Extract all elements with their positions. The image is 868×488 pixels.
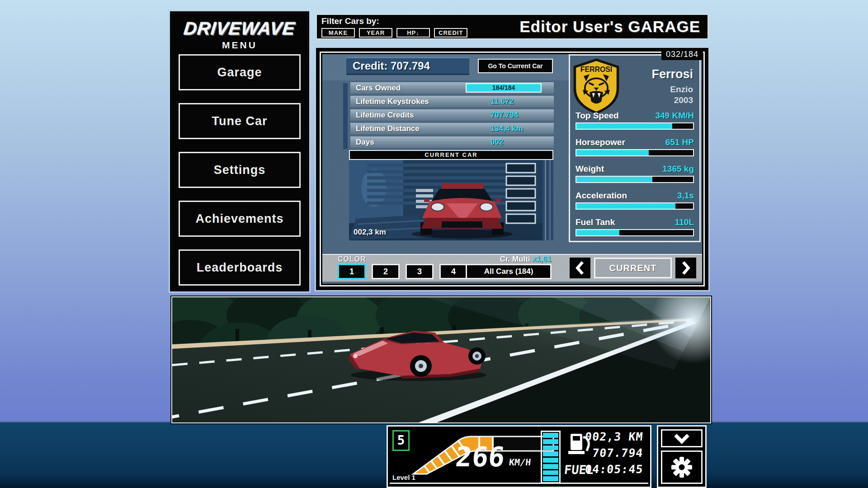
color-3-button[interactable]: 3 [406, 264, 434, 279]
spec-value: 110L [675, 217, 694, 227]
spec-bar [576, 202, 694, 210]
fuel-segment [543, 458, 558, 463]
filter-credit-button[interactable]: CREDIT [434, 28, 467, 38]
credit-multiplier-value: x1,61 [532, 255, 552, 263]
spec-value: 651 HP [665, 137, 694, 147]
color-1-button[interactable]: 1 [338, 264, 366, 279]
current-car-header: CURRENT CAR [349, 150, 553, 160]
hud-settings-button[interactable] [661, 450, 703, 484]
garage-panel: 032/184 Credit: 707.794 Go To Current Ca… [316, 48, 708, 290]
fuel-segment [543, 433, 558, 438]
stat-label: Lifetime Keystrokes [356, 96, 429, 107]
stat-label: Lifetime Distance [356, 123, 420, 134]
stat-row-lifetime-distance: Lifetime Distance 134,4 km [350, 123, 554, 134]
spec-weight: Weight 1365 kg [576, 164, 694, 183]
menu-heading: MENU [170, 40, 309, 51]
current-car-button[interactable]: CURRENT [594, 258, 672, 278]
menu-item-tune-car[interactable]: Tune Car [179, 103, 301, 139]
hud-divider [390, 483, 648, 484]
next-car-button[interactable] [675, 258, 696, 278]
fuel-segment [543, 451, 558, 456]
fuel-gauge [541, 431, 561, 483]
chevron-left-icon [574, 260, 586, 276]
fuel-segment [543, 439, 558, 444]
car-odometer: 002,3 km [354, 228, 386, 237]
ferrosi-badge-icon: FERROSI [571, 56, 622, 116]
credit-multiplier: Cr. Multi x1,61 [466, 255, 552, 264]
credit-display: Credit: 707.794 [346, 57, 469, 75]
speed-display: 266 KM/H [456, 445, 531, 469]
spec-fuel-tank: Fuel Tank 110L [576, 217, 694, 236]
stat-value: 707.794 [491, 109, 518, 121]
filter-bar: Filter Cars by: MAKE YEAR HP↓ CREDIT Edi… [316, 14, 708, 39]
car-counter: 032/184 [661, 49, 703, 60]
spec-bar [576, 176, 694, 183]
menu-item-garage[interactable]: Garage [179, 54, 301, 90]
spec-horsepower: Horsepower 651 HP [576, 137, 694, 156]
stat-row-lifetime-credits: Lifetime Credits 707.794 [350, 109, 554, 121]
garage-footer: COLOR 1 2 3 4 All Cars (184) Cr. Multi x… [322, 254, 702, 282]
fuel-segment [543, 470, 558, 475]
spec-label: Acceleration [576, 191, 627, 201]
spec-top-speed: Top Speed 349 KM/H [576, 111, 694, 130]
color-2-button[interactable]: 2 [372, 264, 400, 279]
color-4-button[interactable]: 4 [439, 264, 467, 279]
spec-label: Top Speed [576, 111, 619, 121]
menu-item-achievements[interactable]: Achievements [179, 201, 301, 237]
fuel-segment [543, 464, 558, 469]
spec-bar [576, 122, 694, 130]
filter-hp-button[interactable]: HP↓ [396, 28, 430, 38]
spec-value: 1365 kg [662, 164, 694, 174]
spec-label: Fuel Tank [576, 217, 615, 227]
hud-buttons-panel [657, 425, 707, 488]
spec-bar [576, 149, 694, 156]
menu-item-settings[interactable]: Settings [179, 152, 301, 188]
chevron-right-icon [680, 260, 692, 276]
fuel-segment [543, 446, 558, 450]
hud-odometer: 002,3 KM [584, 430, 643, 443]
spec-label: Weight [576, 164, 604, 174]
credit-multiplier-label: Cr. Multi [500, 255, 530, 263]
stat-label: Cars Owned [356, 82, 401, 94]
all-cars-button[interactable]: All Cars (184) [466, 264, 552, 279]
gear-icon [671, 456, 693, 478]
chevron-down-icon [673, 432, 691, 444]
fuel-segment [543, 476, 558, 481]
filter-make-button[interactable]: MAKE [321, 28, 355, 38]
speed-value: 266 [454, 445, 506, 469]
stat-row-lifetime-keystrokes: Lifetime Keystrokes 11.672 [350, 96, 554, 107]
garage-viewport: 002,3 km [349, 160, 553, 240]
stats-list: Cars Owned 184/184 Lifetime Keystrokes 1… [350, 82, 554, 150]
spec-value: 349 KM/H [655, 111, 694, 121]
drivewave-logo: DRIVEWAVE [169, 19, 311, 39]
gear-indicator: 5 [392, 430, 410, 451]
stat-value-highlight: 184/184 [466, 83, 542, 93]
spec-list: Top Speed 349 KM/H Horsepower 651 HP [576, 111, 694, 244]
collapse-hud-button[interactable] [661, 429, 703, 447]
color-label: COLOR [338, 255, 366, 263]
stat-value: 134,4 km [491, 123, 523, 134]
menu-panel: DRIVEWAVE MENU Garage Tune Car Settings … [170, 11, 309, 291]
drivewave-game-screen: DRIVEWAVE MENU Garage Tune Car Settings … [0, 0, 868, 488]
decor-pillar [343, 83, 348, 149]
spec-acceleration: Acceleration 3,1s [576, 191, 694, 210]
filter-buttons: MAKE YEAR HP↓ CREDIT [321, 28, 467, 38]
car-spec-panel: FERROSI Ferrosi Enzio [569, 54, 701, 242]
page-title: Editor User's GARAGE [519, 18, 700, 36]
stat-value: 11.672 [491, 96, 514, 107]
car-model: Enzio [670, 84, 693, 94]
road-scene-illustration [172, 297, 710, 422]
filter-label: Filter Cars by: [321, 16, 379, 26]
menu-item-leaderboards[interactable]: Leaderboards [179, 249, 301, 286]
stat-value: 002 [491, 136, 503, 148]
driving-view [171, 296, 711, 423]
go-to-current-car-button[interactable]: Go To Current Car [478, 59, 553, 73]
hud-panel: 5 [387, 425, 651, 488]
car-year: 2003 [674, 95, 693, 105]
level-label: Level 1 [392, 474, 415, 481]
filter-year-button[interactable]: YEAR [359, 28, 392, 38]
hud-readouts: 002,3 KM 707.794 04:05:45 [585, 430, 643, 479]
previous-car-button[interactable] [570, 258, 590, 278]
stat-label: Days [356, 136, 374, 148]
stat-row-days: Days 002 [350, 136, 554, 148]
